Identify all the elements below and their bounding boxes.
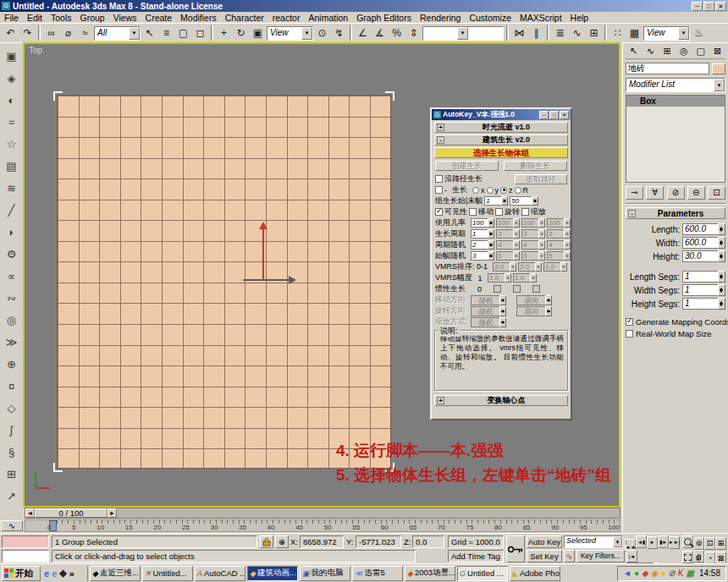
menu-item[interactable]: MAXScript xyxy=(516,13,566,23)
chevron-down-icon[interactable]: ▼ xyxy=(678,27,689,40)
mini-curve-editor-icon[interactable]: ∿ xyxy=(1,520,23,531)
value-spinner[interactable]: 4 xyxy=(521,240,545,250)
reactor-toolbar-icon[interactable]: ☆ xyxy=(2,133,21,155)
value-spinner[interactable]: 5 xyxy=(521,251,545,261)
value-spinner[interactable]: 3.0 xyxy=(493,262,516,272)
value-spinner[interactable]: 2 xyxy=(471,240,494,250)
remove-modifier-icon[interactable]: ⊖ xyxy=(687,186,705,200)
absolute-mode-icon[interactable]: ⊕ xyxy=(275,535,289,548)
key-mode-dropdown[interactable]: Selected▼ xyxy=(564,535,623,548)
macro-recorder-field[interactable] xyxy=(2,535,49,548)
auto-key-button[interactable]: Auto Key xyxy=(527,535,562,548)
default-in-out-tangents-icon[interactable]: ∿ xyxy=(564,550,575,563)
length-segs-spinner[interactable]: 1 xyxy=(682,271,725,283)
rollout-building-growth[interactable]: - 建筑生长 v2.0 xyxy=(434,135,568,146)
reactor-toolbar-icon[interactable]: ▤ xyxy=(2,155,21,177)
utilities-tab-icon[interactable]: ⊠ xyxy=(709,45,725,58)
menu-item[interactable]: Edit xyxy=(23,13,47,23)
time-slider[interactable]: ◄ 0 / 100 ► xyxy=(25,508,620,519)
modify-tab-icon[interactable]: ∿ xyxy=(643,45,659,58)
rollout-parameters[interactable]: - Parameters xyxy=(626,207,725,219)
rectangular-selection-region-icon[interactable]: ▢ xyxy=(175,25,191,41)
inertia-checkbox[interactable] xyxy=(532,285,540,293)
menu-item[interactable]: Customize xyxy=(465,13,516,23)
z-coord-field[interactable]: 0.0 xyxy=(412,535,444,548)
reactor-toolbar-icon[interactable]: ▣ xyxy=(2,45,21,67)
reference-coordinate-dropdown[interactable]: View ▼ xyxy=(267,26,313,41)
stack-item-box[interactable]: Box xyxy=(626,96,725,107)
arc-rotate-icon[interactable]: ◔ xyxy=(704,552,715,564)
taskbar-task-7[interactable]: ◆2003场景... xyxy=(405,566,455,581)
selection-lock-icon[interactable] xyxy=(260,535,273,548)
move-bidirectional-dropdown[interactable]: 双向 xyxy=(516,295,552,305)
axis-z-radio[interactable] xyxy=(500,187,507,194)
chevron-down-icon[interactable]: ▼ xyxy=(613,536,622,547)
create-growth-button[interactable]: 创建生长 xyxy=(435,161,499,171)
rotate-direction-dropdown[interactable]: 随机 xyxy=(471,306,506,316)
spinner-snap-icon[interactable]: ⇕ xyxy=(405,25,422,41)
reactor-toolbar-icon[interactable]: ⊕ xyxy=(2,353,21,375)
reactor-toolbar-icon[interactable]: ≈ xyxy=(2,111,21,133)
expand-icon[interactable]: + xyxy=(437,397,444,404)
tray-icon[interactable]: ◆ xyxy=(642,569,648,578)
reactor-toolbar-icon[interactable]: ◎ xyxy=(2,309,21,331)
close-button[interactable]: ✕ xyxy=(715,2,726,11)
pick-path-button[interactable]: 选取路径 xyxy=(515,174,567,184)
tray-icon[interactable]: ● xyxy=(634,569,639,578)
render-scene-icon[interactable]: ▦ xyxy=(626,25,643,41)
snap-toggle-icon[interactable]: ∠ xyxy=(355,25,371,41)
quick-launch-icon[interactable]: » xyxy=(69,568,74,579)
taskbar-task-6[interactable]: ≪迅雷5 xyxy=(352,566,403,581)
show-end-result-icon[interactable]: ∀ xyxy=(646,186,664,200)
value-spinner[interactable]: 4 xyxy=(496,240,520,250)
reactor-toolbar-icon[interactable]: ◗ xyxy=(2,221,21,243)
inertia-checkbox[interactable] xyxy=(513,285,521,293)
spinner-arrows-icon[interactable] xyxy=(532,196,538,206)
dialog-close-button[interactable]: ✕ xyxy=(560,111,569,119)
expand-icon[interactable]: + xyxy=(437,124,444,131)
selection-filter-dropdown[interactable]: All ▼ xyxy=(94,26,141,41)
time-slider-handle[interactable]: 0 / 100 xyxy=(35,508,108,518)
maxscript-listener-field[interactable] xyxy=(2,550,49,563)
render-type-dropdown[interactable]: View ▼ xyxy=(643,26,690,41)
play-icon[interactable]: ► xyxy=(647,536,658,549)
reactor-toolbar-icon[interactable]: ╱ xyxy=(2,199,21,221)
visibility-checkbox[interactable] xyxy=(435,208,443,216)
reactor-toolbar-icon[interactable]: ◐ xyxy=(2,89,21,111)
menu-item[interactable]: reactor xyxy=(268,13,305,23)
inertia-checkbox[interactable] xyxy=(494,285,501,293)
tray-icon[interactable]: ▦ xyxy=(687,569,694,578)
menu-item[interactable]: Rendering xyxy=(416,13,465,23)
tray-icon[interactable]: ◉ xyxy=(651,569,659,578)
select-by-name-icon[interactable]: ≡ xyxy=(158,25,174,41)
taskbar-task-2[interactable]: ✕Untitled... xyxy=(142,566,193,581)
height-segs-spinner[interactable]: 1 xyxy=(682,298,725,310)
zoom-extents-icon[interactable]: ⊡ xyxy=(704,537,715,550)
value-spinner[interactable]: 100 xyxy=(521,218,545,228)
value-spinner[interactable]: 4 xyxy=(547,240,571,250)
real-world-map-checkbox[interactable] xyxy=(626,330,633,338)
value-spinner[interactable]: 1.0 xyxy=(513,273,537,283)
menu-item[interactable]: Views xyxy=(109,13,141,23)
rollout-transform-pivot[interactable]: + 变换轴心点 xyxy=(434,395,568,406)
dialog-titlebar[interactable]: G AutoKey_V本.强强1.0 ─ □ ✕ xyxy=(432,109,571,120)
reactor-toolbar-icon[interactable]: § xyxy=(2,441,21,463)
tray-icon[interactable]: ◄ xyxy=(623,569,631,578)
display-tab-icon[interactable]: ▢ xyxy=(692,45,709,58)
taskbar-task-1[interactable]: ◆走近三维... xyxy=(90,566,141,581)
material-editor-icon[interactable]: ∷ xyxy=(609,25,626,41)
menu-item[interactable]: Tools xyxy=(47,13,76,23)
percent-snap-icon[interactable]: % xyxy=(389,25,405,41)
axis-x-radio[interactable] xyxy=(472,187,479,194)
value-spinner[interactable]: 1 xyxy=(471,229,494,239)
unlink-selection-icon[interactable]: ⌀ xyxy=(60,25,76,41)
tray-icon[interactable]: ● xyxy=(660,569,665,578)
taskbar-task-9[interactable]: ◣Adobe Pho... xyxy=(510,566,560,581)
length-spinner[interactable]: 600.0 xyxy=(682,223,725,235)
min-max-toggle-icon[interactable]: ⊠ xyxy=(715,552,726,564)
track-bar[interactable]: ∿ 05101520253035404550556065707580859095… xyxy=(25,519,620,532)
reactor-toolbar-icon[interactable]: ¤ xyxy=(2,375,21,397)
dialog-minimize-button[interactable]: ─ xyxy=(539,111,549,119)
bind-to-space-warp-icon[interactable]: ≈ xyxy=(77,25,93,41)
use-pivot-point-icon[interactable]: ⊙ xyxy=(314,25,330,41)
